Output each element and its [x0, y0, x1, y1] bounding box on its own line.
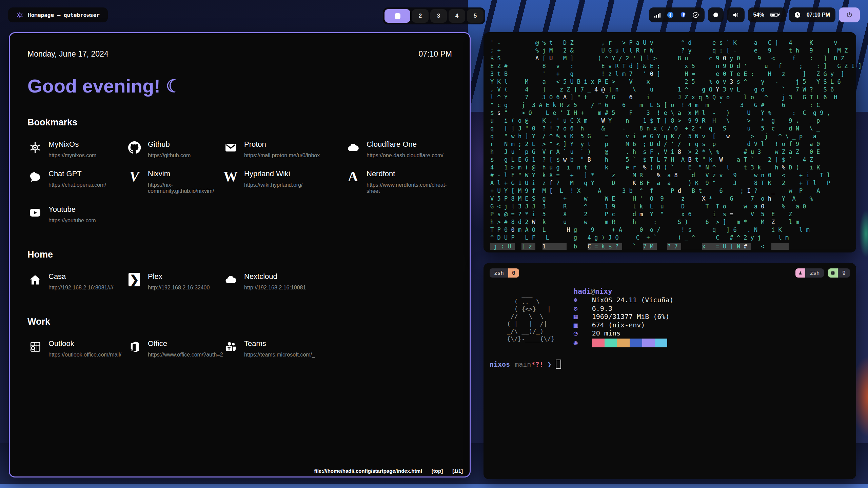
fetch-line: ⚙6.9.3: [574, 304, 674, 313]
terminal-tab-zsh[interactable]: zsh 0: [490, 268, 519, 278]
workspace-button-5[interactable]: 5: [467, 9, 484, 23]
link-texts: Nixvimhttps://nix-community.github.io/ni…: [148, 169, 223, 194]
bookmark-link[interactable]: Protonhttps://mail.proton.me/u/0/inbox: [223, 140, 346, 159]
bookmark-link[interactable]: VNixvimhttps://nix-community.github.io/n…: [127, 169, 223, 194]
fetch-line: ◔20 mins: [574, 329, 674, 338]
matrix-row: q " w h ] Y / ^ % s K 5 G = v i e G Y q …: [490, 133, 849, 140]
matrix-bottom-segment: 7 M: [643, 243, 657, 250]
matrix-row: , V ( 4 ] z Z ] 7 _ 4 @ ] n \ u 1 ^ g Q …: [490, 86, 849, 94]
matrix-bottom-segment: [567, 243, 573, 250]
bookmark-link[interactable]: Chat GPThttps://chat.openai.com/: [27, 169, 127, 194]
terminal-cursor: [556, 360, 561, 369]
link-texts: Nextcloudhttp://192.168.2.16:10081: [244, 272, 306, 291]
link-url: http://192.168.2.16:8081/#/: [48, 285, 113, 291]
link-url: https://nix-community.github.io/nixvim/: [148, 182, 223, 194]
network-signal-icon[interactable]: [654, 12, 661, 18]
matrix-bottom-segment: x = U ] N #: [702, 243, 751, 250]
fetch-user: hadi: [574, 287, 591, 296]
workspaces: 2345: [383, 7, 485, 24]
bookmark-link[interactable]: Youtubehttps://youtube.com: [27, 205, 127, 224]
bookmark-link[interactable]: Officehttps://www.office.com/?auth=2: [127, 339, 223, 358]
power-button[interactable]: [839, 7, 860, 22]
qutebrowser-window: Monday, June 17, 2024 07:10 PM Good even…: [9, 32, 471, 477]
link-name: Nextcloud: [244, 272, 306, 281]
section-bookmarks: BookmarksMyNixOshttps://mynixos.comGithu…: [27, 117, 452, 224]
matrix-row: E Z # 8 v : E v R T d ] & E ; x 5 n 9 D …: [490, 62, 849, 70]
link-url: https://wiki.hyprland.org/: [244, 182, 303, 188]
matrix-row: P s @ = ? * i 5 X 2 P c d m Y " x 6 i s …: [490, 210, 849, 218]
youtube-icon: [27, 205, 42, 220]
shell-prompt[interactable]: nixos main *?! ❯: [490, 360, 850, 369]
matrix-row: $ s " > O L e ' I H + m # 5 F 3 ! e \ a …: [490, 109, 849, 117]
check-circle-icon[interactable]: [692, 12, 699, 18]
panes-icon: [828, 268, 838, 278]
topbar-right-cluster: 54% 07:10 PM: [649, 7, 860, 22]
bookmark-link[interactable]: Cloudflare Onehttps://one.dash.cloudflar…: [346, 140, 452, 159]
bookmark-link[interactable]: Outlookhttps://outlook.office.com/mail/: [27, 339, 127, 358]
matrix-bottom-segment: [771, 243, 789, 250]
wallpaper-bottom-bar: [0, 484, 868, 488]
power-icon: [846, 11, 853, 19]
zsh-terminal-window: zsh 0 zsh 9 ___ ( .. \ ( {<>}: [484, 263, 856, 479]
bluetooth-icon[interactable]: [667, 12, 674, 18]
matrix-row: T P 0 0 m A O L H g 9 + A 0 o / ! s q ] …: [490, 226, 849, 234]
session-count-badge: 9: [828, 268, 850, 278]
bookmark-link[interactable]: ANerdfonthttps://www.nerdfonts.com/cheat…: [346, 169, 452, 194]
status-dot-icon: [713, 13, 718, 17]
matrix-row: ; + % j M 2 & U G u l l R r W ? y q : [ …: [490, 47, 849, 55]
matrix-row: r N m ; 2 L > ^ < ] Y y t p M 6 ; D d / …: [490, 140, 849, 148]
fetch-line-text: 6.9.3: [592, 304, 612, 313]
matrix-bottom-segment: [681, 243, 702, 250]
matrix-bottomline: j : U [ z 1 b C = k $ ? ` 7 M ? 7 x = U …: [490, 243, 849, 250]
chevron-play-icon: ❯: [127, 272, 142, 287]
matrix-row: Y K l M a < 5 U B i x P E > V x 2 5 % o …: [490, 78, 849, 86]
shield-vault-icon[interactable]: [680, 12, 686, 18]
link-texts: Outlookhttps://outlook.office.com/mail/: [48, 339, 121, 358]
matrix-bottom-segment: <: [751, 243, 771, 250]
color-swatch: [642, 339, 655, 347]
session-user-label: zsh: [805, 268, 824, 278]
bookmark-link[interactable]: Teamshttps://teams.microsoft.com/_: [223, 339, 346, 358]
matrix-row: V 5 P 8 M E S g + w W E H ' O 9 z X * G …: [490, 195, 849, 203]
tab-index: 0: [508, 268, 519, 278]
matrix-row: l ^ Y 7 J O 6 A ] " t ? G 6 i J Z x q 5 …: [490, 94, 849, 101]
prompt-arrow: ❯: [548, 360, 552, 368]
statusbar-url: file:///home/hadi/.config/startpage/inde…: [314, 468, 422, 474]
link-texts: Teamshttps://teams.microsoft.com/_: [244, 339, 315, 358]
link-texts: MyNixOshttps://mynixos.com: [48, 140, 96, 159]
workspace-button-4[interactable]: 4: [449, 9, 465, 23]
tabbar-right-group: zsh 9: [795, 268, 850, 278]
fetch-info: hadi@nixy ❄NixOS 24.11 (Vicuña)⚙6.9.3▦19…: [574, 287, 674, 347]
palette-icon: ◉: [574, 339, 592, 347]
fetch-art-line: {\/}-____{\/}: [503, 335, 555, 343]
moon-icon: ☾: [166, 77, 182, 95]
fetch-art-line: ( {<>} |: [503, 305, 555, 313]
bookmark-link[interactable]: ❯Plexhttp://192.168.2.16:32400: [127, 272, 223, 291]
uptime-icon: ◔: [574, 329, 592, 338]
home-icon: [27, 272, 42, 287]
link-name: Github: [148, 140, 191, 149]
bookmark-link[interactable]: Githubhttps://github.com: [127, 140, 223, 159]
matrix-row: $ g L E 6 1 ? [ $ w b " B h 5 ` $ T L 7 …: [490, 156, 849, 164]
matrix-row: $ S A [ U M ] ) ^ Y / 2 ' ] l > 8 u c 9 …: [490, 55, 849, 62]
matrix-bottom-segment: [535, 243, 542, 250]
color-swatch: [592, 339, 605, 347]
workspace-button-active[interactable]: [384, 9, 410, 23]
color-swatch: [617, 339, 630, 347]
matrix-row: # - l F " W Y k X = + ] * z M R % a 8 d …: [490, 171, 849, 179]
workspace-button-3[interactable]: 3: [430, 9, 447, 23]
link-name: Hyprland Wiki: [244, 169, 303, 178]
color-swatch: [655, 339, 667, 347]
matrix-bottom-segment: `: [633, 243, 643, 250]
bookmark-link[interactable]: Casahttp://192.168.2.16:8081/#/: [27, 272, 127, 291]
clock-icon: [794, 12, 801, 18]
bookmark-link[interactable]: WHyprland Wikihttps://wiki.hyprland.org/: [223, 169, 346, 194]
volume-pill[interactable]: [727, 7, 745, 22]
link-texts: Protonhttps://mail.proton.me/u/0/inbox: [244, 140, 320, 159]
workspace-active-indicator: [395, 13, 400, 19]
memory-icon: ▦: [574, 312, 592, 321]
bookmark-link[interactable]: Nextcloudhttp://192.168.2.16:10081: [223, 272, 346, 291]
workspace-button-2[interactable]: 2: [412, 9, 429, 23]
bookmark-link[interactable]: MyNixOshttps://mynixos.com: [27, 140, 127, 159]
fetch-art-line: _/\ __)/_): [503, 328, 555, 335]
